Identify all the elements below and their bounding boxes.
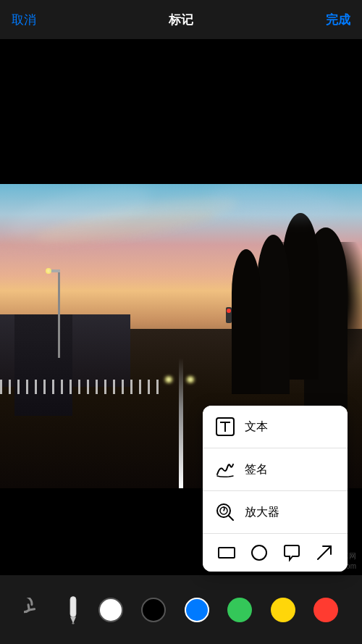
context-menu: 文本 签名 放大器 — [203, 406, 348, 572]
road-line — [179, 358, 183, 488]
rect-shape-button[interactable] — [216, 543, 237, 563]
svg-rect-6 — [219, 548, 235, 558]
text-icon — [214, 416, 236, 438]
nav-bar: 取消 标记 完成 — [0, 0, 362, 39]
svg-line-5 — [229, 516, 233, 520]
undo-button[interactable] — [24, 598, 49, 622]
svg-marker-10 — [70, 616, 76, 623]
menu-text-label: 文本 — [245, 419, 268, 435]
color-black[interactable] — [141, 598, 166, 622]
menu-item-magnifier[interactable]: 放大器 — [203, 491, 348, 533]
shapes-row — [203, 533, 348, 572]
pen-tool[interactable] — [67, 595, 80, 624]
bottom-toolbar — [0, 575, 362, 644]
arrow-shape-button[interactable] — [314, 543, 334, 563]
color-green[interactable] — [227, 598, 252, 622]
menu-magnifier-label: 放大器 — [245, 505, 279, 520]
menu-item-text[interactable]: 文本 — [203, 406, 348, 448]
svg-rect-9 — [70, 596, 76, 616]
speech-shape-button[interactable] — [282, 543, 302, 563]
color-white[interactable] — [98, 598, 123, 622]
menu-signature-label: 签名 — [245, 462, 268, 477]
black-area — [0, 39, 362, 184]
circle-shape-button[interactable] — [249, 543, 269, 563]
color-blue[interactable] — [185, 598, 209, 622]
color-yellow[interactable] — [271, 598, 295, 622]
svg-point-11 — [72, 622, 75, 624]
svg-point-7 — [252, 545, 266, 560]
page-title: 标记 — [169, 12, 193, 28]
cancel-button[interactable]: 取消 — [12, 12, 36, 28]
signature-icon — [214, 459, 236, 480]
color-red[interactable] — [313, 598, 338, 622]
magnifier-icon — [214, 501, 236, 523]
done-button[interactable]: 完成 — [326, 12, 350, 28]
menu-item-signature[interactable]: 签名 — [203, 448, 348, 491]
svg-line-8 — [318, 546, 331, 559]
